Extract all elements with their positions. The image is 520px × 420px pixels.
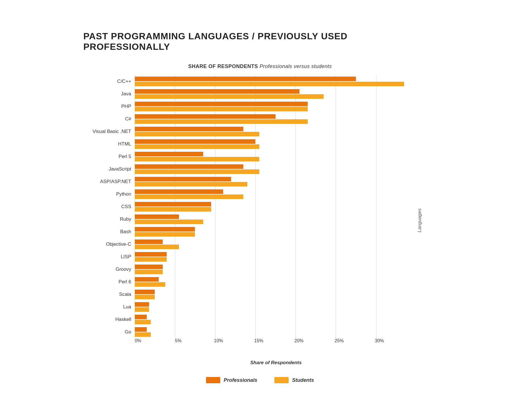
bar-students	[135, 182, 247, 187]
y-label: Bash	[120, 226, 131, 238]
bar-row	[135, 313, 414, 326]
students-label: Students	[292, 377, 314, 383]
bar-professionals	[135, 302, 149, 307]
subtitle-main: SHARE OF RESPONDENTS	[188, 63, 258, 69]
y-label: Perl 5	[119, 150, 131, 163]
bar-row	[135, 326, 414, 338]
bar-professionals	[135, 277, 159, 282]
bar-row	[135, 200, 414, 213]
x-tick: 15%	[254, 338, 263, 343]
bar-row	[135, 288, 414, 301]
x-tick: 0%	[135, 338, 141, 343]
subtitle: SHARE OF RESPONDENTS Professionals versu…	[83, 63, 437, 69]
bar-students	[135, 282, 165, 287]
y-label: Visual Basic .NET	[93, 125, 131, 138]
bar-professionals	[135, 114, 276, 119]
bar-professionals	[135, 127, 243, 131]
bar-professionals	[135, 252, 167, 257]
bar-professionals	[135, 102, 308, 106]
professionals-swatch	[206, 377, 220, 383]
bar-professionals	[135, 89, 300, 94]
bar-students	[135, 320, 151, 324]
x-axis-label: Share of Respondents	[138, 360, 414, 366]
y-label: Perl 6	[119, 276, 131, 288]
y-label: PHP	[121, 100, 131, 113]
bar-row	[135, 188, 414, 200]
bar-professionals	[135, 139, 256, 144]
bar-professionals	[135, 164, 243, 169]
bar-row	[135, 88, 414, 100]
bar-students	[135, 169, 260, 174]
bar-students	[135, 245, 179, 249]
bar-professionals	[135, 189, 223, 194]
x-tick: 25%	[335, 338, 344, 343]
bar-students	[135, 94, 324, 99]
y-label: C#	[125, 113, 131, 125]
y-label: C/C++	[117, 75, 131, 88]
y-label: JavaScript	[109, 163, 131, 175]
bar-professionals	[135, 327, 147, 332]
bar-students	[135, 295, 155, 299]
legend-students: Students	[274, 377, 314, 383]
bar-row	[135, 113, 414, 125]
bar-row	[135, 138, 414, 150]
bar-professionals	[135, 177, 231, 181]
bar-row	[135, 163, 414, 175]
bar-row	[135, 301, 414, 313]
subtitle-italic: Professionals versus students	[260, 63, 332, 69]
bar-row	[135, 263, 414, 276]
bar-students	[135, 207, 211, 212]
legend-professionals: Professionals	[206, 377, 257, 383]
main-title: PAST PROGRAMMING LANGUAGES / PREVIOUSLY …	[83, 31, 437, 52]
bar-students	[135, 332, 151, 337]
bar-professionals	[135, 214, 179, 219]
bar-row	[135, 75, 414, 88]
bar-students	[135, 144, 260, 149]
bar-students	[135, 270, 163, 274]
y-label: Lua	[123, 301, 131, 313]
x-tick: 5%	[175, 338, 182, 343]
y-label: HTML	[118, 138, 131, 150]
professionals-label: Professionals	[224, 377, 257, 383]
y-label: Scala	[119, 288, 131, 301]
bar-professionals	[135, 202, 211, 206]
y-label: ASP/ASP.NET	[100, 175, 131, 188]
bar-row	[135, 100, 414, 113]
x-tick: 10%	[214, 338, 223, 343]
bar-professionals	[135, 239, 163, 244]
bar-row	[135, 213, 414, 226]
bar-students	[135, 82, 404, 86]
bar-professionals	[135, 315, 147, 319]
bar-students	[135, 107, 308, 111]
x-tick: 30%	[375, 338, 384, 343]
bar-row	[135, 175, 414, 188]
bar-students	[135, 307, 149, 312]
bar-row	[135, 150, 414, 163]
students-swatch	[274, 377, 289, 383]
bar-students	[135, 119, 308, 124]
bar-students	[135, 232, 195, 237]
bar-professionals	[135, 152, 203, 156]
bar-row	[135, 251, 414, 263]
y-label: Groovy	[116, 263, 131, 276]
y-label: Go	[125, 326, 131, 338]
bar-professionals	[135, 290, 155, 294]
y-label: Objective-C	[106, 238, 131, 251]
bar-professionals	[135, 227, 195, 231]
bar-professionals	[135, 77, 356, 81]
bar-professionals	[135, 265, 163, 269]
bar-row	[135, 276, 414, 288]
bar-students	[135, 257, 167, 262]
bar-students	[135, 132, 260, 136]
y-axis-label: Languages	[417, 208, 425, 232]
y-label: Ruby	[120, 213, 131, 226]
bar-students	[135, 220, 203, 224]
bar-row	[135, 238, 414, 251]
bar-students	[135, 157, 260, 161]
y-labels: C/C++JavaPHPC#Visual Basic .NETHTMLPerl …	[83, 75, 135, 338]
y-label: Java	[121, 88, 131, 100]
x-axis: 0%5%10%15%20%25%30%	[138, 338, 414, 350]
chart-area: C/C++JavaPHPC#Visual Basic .NETHTMLPerl …	[83, 75, 414, 338]
bars-area	[135, 75, 414, 338]
bar-students	[135, 194, 243, 199]
